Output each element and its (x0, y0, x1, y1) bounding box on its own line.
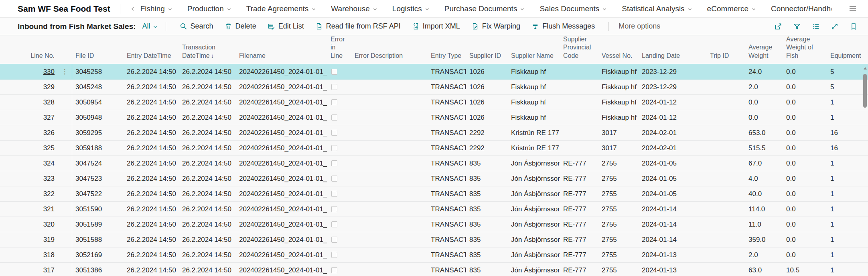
cell-error-description[interactable] (351, 247, 428, 262)
cell-file-id[interactable]: 3045258 (72, 64, 124, 79)
error-in-line-checkbox[interactable] (331, 84, 337, 90)
cell-filename[interactable]: 202402261450_2024-01-01_20... (236, 141, 327, 155)
cell-supplier-provincial-code[interactable]: RE-777 (560, 232, 598, 247)
cell-transaction-datetime[interactable]: 26.2.2024 14:50 (179, 186, 236, 201)
cell-supplier-id[interactable]: 2292 (466, 125, 508, 140)
cell-transaction-datetime[interactable]: 26.2.2024 14:50 (179, 156, 236, 171)
cell-filename[interactable]: 202402261450_2024-01-01_20... (236, 95, 327, 110)
cell-error-description[interactable] (351, 232, 428, 247)
nav-item-sales-documents[interactable]: Sales Documents (539, 4, 607, 13)
error-in-line-checkbox[interactable] (331, 237, 337, 243)
cell-filename[interactable]: 202402261450_2024-01-01_20... (236, 110, 327, 125)
cell-entry-type[interactable]: TRANSACTIO (428, 156, 466, 171)
cell-line-no[interactable]: 320 (18, 217, 58, 232)
cell-error-in-line[interactable] (327, 64, 351, 79)
cell-file-id[interactable]: 3047524 (72, 156, 124, 171)
filter-icon[interactable] (793, 22, 801, 31)
cell-supplier-provincial-code[interactable]: RE-777 (560, 156, 598, 171)
cell-entry-datetime[interactable]: 26.2.2024 14:50 (124, 247, 179, 262)
table-row[interactable]: 330⋮304525826.2.2024 14:5026.2.2024 14:5… (0, 64, 868, 80)
cell-filename[interactable]: 202402261450_2024-01-01_20... (236, 217, 327, 232)
cell-trip-id[interactable] (707, 125, 745, 140)
cell-landing-date[interactable]: 2024-01-12 (639, 95, 707, 110)
cell-supplier-provincial-code[interactable] (560, 125, 598, 140)
error-in-line-checkbox[interactable] (331, 69, 337, 75)
cell-entry-datetime[interactable]: 26.2.2024 14:50 (124, 64, 179, 79)
cell-supplier-name[interactable]: Fiskkaup hf (508, 95, 560, 110)
cell-average-weight-of-fish[interactable]: 0.0 (783, 125, 827, 140)
row-menu-icon[interactable]: ⋮ (58, 247, 72, 262)
cell-vessel-no[interactable]: Fiskkaup hf (598, 95, 639, 110)
row-menu-icon[interactable]: ⋮ (58, 186, 72, 201)
column-header-vessel-no[interactable]: Vessel No. (598, 35, 639, 64)
cell-landing-date[interactable]: 2024-01-13 (639, 247, 707, 262)
cell-landing-date[interactable]: 2023-12-29 (639, 80, 707, 94)
cell-entry-type[interactable]: TRANSACTIO (428, 80, 466, 94)
cell-average-weight-of-fish[interactable]: 0.0 (783, 80, 827, 94)
error-in-line-checkbox[interactable] (331, 145, 337, 151)
cell-line-no[interactable]: 329 (18, 80, 58, 94)
cell-supplier-name[interactable]: Fiskkaup hf (508, 110, 560, 125)
cell-trip-id[interactable] (707, 247, 745, 262)
cell-average-weight-of-fish[interactable]: 0.0 (783, 232, 827, 247)
cell-average-weight-of-fish[interactable]: 0.0 (783, 202, 827, 217)
row-menu-icon[interactable]: ⋮ (58, 125, 72, 140)
cell-error-in-line[interactable] (327, 141, 351, 155)
cell-filename[interactable]: 202402261450_2024-01-01_20... (236, 232, 327, 247)
cell-error-in-line[interactable] (327, 125, 351, 140)
column-header-supplier-name[interactable]: Supplier Name (508, 35, 560, 64)
cell-error-description[interactable] (351, 64, 428, 79)
cell-average-weight[interactable]: 0.0 (745, 110, 783, 125)
cell-entry-type[interactable]: TRANSACTIO (428, 247, 466, 262)
cell-average-weight-of-fish[interactable]: 0.0 (783, 186, 827, 201)
cell-landing-date[interactable]: 2024-01-12 (639, 110, 707, 125)
more-options-button[interactable]: More options (619, 22, 660, 31)
row-menu-icon[interactable]: ⋮ (58, 217, 72, 232)
column-header-supplier-provincial-code[interactable]: Supplier Provincial Code (560, 35, 598, 64)
cell-error-in-line[interactable] (327, 80, 351, 94)
cell-supplier-provincial-code[interactable]: RE-777 (560, 186, 598, 201)
cell-landing-date[interactable]: 2024-01-14 (639, 202, 707, 217)
cell-average-weight[interactable]: 11.0 (745, 217, 783, 232)
nav-item-purchase-documents[interactable]: Purchase Documents (444, 4, 525, 13)
cell-vessel-no[interactable]: Fiskkaup hf (598, 110, 639, 125)
scrollbar-up-icon[interactable] (864, 67, 867, 70)
row-menu-icon[interactable]: ⋮ (58, 202, 72, 217)
cell-average-weight[interactable]: 653.0 (745, 125, 783, 140)
view-filter-dropdown[interactable]: All (142, 22, 158, 31)
cell-filename[interactable]: 202402261450_2024-01-01_20... (236, 80, 327, 94)
cell-trip-id[interactable] (707, 110, 745, 125)
cell-filename[interactable]: 202402261450_2024-01-01_20... (236, 247, 327, 262)
cell-transaction-datetime[interactable]: 26.2.2024 14:50 (179, 141, 236, 155)
nav-item-production[interactable]: Production (187, 4, 231, 13)
cell-error-in-line[interactable] (327, 217, 351, 232)
nav-item-statistical-analysis[interactable]: Statistical Analysis (622, 4, 692, 13)
cell-transaction-datetime[interactable]: 26.2.2024 14:50 (179, 263, 236, 276)
row-menu-icon[interactable]: ⋮ (58, 95, 72, 110)
cell-vessel-no[interactable]: 3017 (598, 141, 639, 155)
app-title[interactable]: Sam WF Sea Food Test (18, 4, 110, 14)
cell-vessel-no[interactable]: 2755 (598, 171, 639, 186)
error-in-line-checkbox[interactable] (331, 221, 337, 227)
cell-trip-id[interactable] (707, 232, 745, 247)
column-header-equipment[interactable]: Equipment (827, 35, 862, 64)
cell-error-description[interactable] (351, 202, 428, 217)
cell-error-description[interactable] (351, 125, 428, 140)
cell-entry-datetime[interactable]: 26.2.2024 14:50 (124, 156, 179, 171)
cell-equipment[interactable]: 1 (827, 186, 862, 201)
row-menu-icon[interactable]: ⋮ (58, 64, 72, 79)
cell-equipment[interactable]: 1 (827, 202, 862, 217)
cell-supplier-provincial-code[interactable]: RE-777 (560, 247, 598, 262)
cell-average-weight-of-fish[interactable]: 0.0 (783, 141, 827, 155)
cell-trip-id[interactable] (707, 263, 745, 276)
cell-transaction-datetime[interactable]: 26.2.2024 14:50 (179, 232, 236, 247)
table-row[interactable]: 325⋮305918826.2.2024 14:5026.2.2024 14:5… (0, 141, 868, 156)
cell-line-no[interactable]: 326 (18, 125, 58, 140)
cell-average-weight[interactable]: 515.5 (745, 141, 783, 155)
cell-filename[interactable]: 202402261450_2024-01-01_20... (236, 202, 327, 217)
cell-transaction-datetime[interactable]: 26.2.2024 14:50 (179, 125, 236, 140)
cell-equipment[interactable]: 16 (827, 141, 862, 155)
row-menu-icon[interactable]: ⋮ (58, 263, 72, 276)
cell-supplier-provincial-code[interactable] (560, 80, 598, 94)
cell-supplier-id[interactable]: 1026 (466, 64, 508, 79)
